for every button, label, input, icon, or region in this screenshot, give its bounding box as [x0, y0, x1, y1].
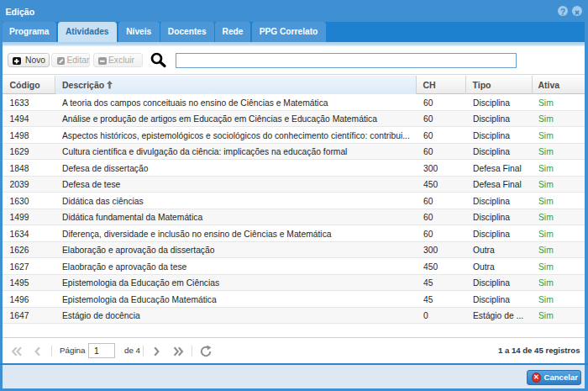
svg-text:?: ? [560, 8, 565, 17]
